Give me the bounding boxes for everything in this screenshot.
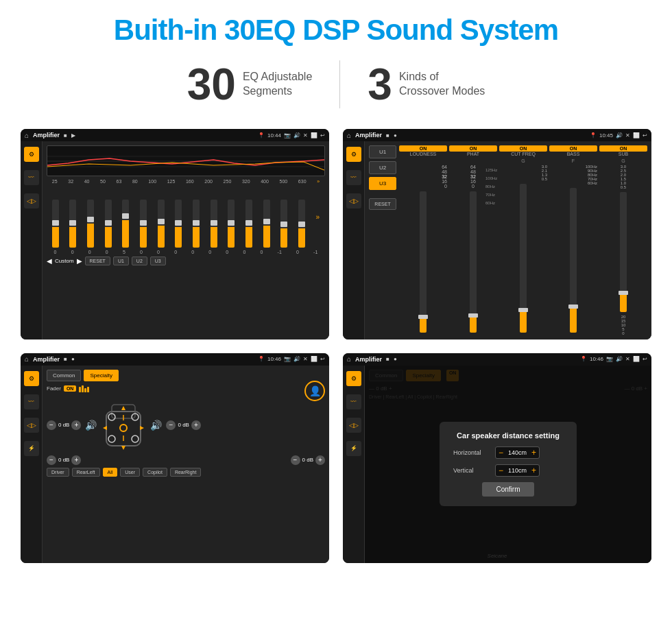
home-icon-3[interactable]: ⌂	[25, 355, 29, 363]
home-icon[interactable]: ⌂	[25, 132, 29, 139]
tab-specialty[interactable]: Specialty	[84, 370, 118, 381]
slider-2[interactable]	[69, 200, 76, 248]
play-icon-small[interactable]: ▶	[71, 132, 75, 139]
close-icon[interactable]: ✕	[303, 132, 308, 139]
rearleft-btn[interactable]: RearLeft	[72, 468, 100, 477]
close-icon-2[interactable]: ✕	[625, 132, 630, 139]
wave-icon[interactable]: 〰	[24, 170, 39, 185]
home-icon-4[interactable]: ⌂	[347, 355, 351, 363]
vol-icon-2[interactable]: ◁▷	[346, 193, 361, 208]
fader-on[interactable]: ON	[64, 385, 77, 392]
window-icon-3[interactable]: ⬜	[311, 356, 317, 362]
on-badge-sub[interactable]: ON	[599, 145, 647, 152]
distance-modal: Car speaker distance setting Horizontal …	[440, 422, 577, 506]
left-plus-btn[interactable]: +	[71, 420, 81, 430]
track-cutfreq[interactable]	[520, 184, 527, 333]
reset-btn-2[interactable]: RESET	[369, 198, 396, 210]
vertical-plus[interactable]: +	[531, 466, 536, 475]
eq-icon-4[interactable]: ⚙	[346, 371, 361, 386]
slider-15[interactable]	[298, 200, 305, 248]
right-dB-control: − 0 dB +	[166, 420, 200, 430]
back-icon[interactable]: ↩	[320, 132, 325, 139]
u1-btn[interactable]: U1	[113, 257, 129, 265]
eq-icon-2[interactable]: ⚙	[346, 147, 361, 162]
crossover-presets: U1 U2 U3 RESET	[369, 145, 396, 335]
screen4-main: Common Specialty ON — 0 dB + — 0 dB + Dr…	[365, 366, 651, 564]
br-minus-btn[interactable]: −	[291, 455, 300, 465]
slider-13[interactable]	[263, 200, 270, 248]
br-plus-btn[interactable]: +	[315, 455, 325, 465]
fader-row: Fader ON 👤	[47, 385, 325, 392]
screens-grid: ⌂ Amplifier ■ ▶ 📍 10:44 📷 🔊 ✕ ⬜ ↩ ⚙	[21, 129, 651, 563]
home-icon-2[interactable]: ⌂	[347, 132, 351, 139]
user-btn[interactable]: User	[120, 468, 140, 477]
horizontal-minus[interactable]: −	[499, 449, 503, 457]
driver-btn[interactable]: Driver	[47, 468, 69, 477]
slider-3[interactable]	[87, 200, 94, 248]
slider-4[interactable]	[105, 200, 112, 248]
vertical-minus[interactable]: −	[499, 466, 503, 475]
vol-icon-4[interactable]: ◁▷	[346, 418, 361, 433]
eq-icon[interactable]: ⚙	[24, 147, 39, 162]
slider-8[interactable]	[175, 200, 182, 248]
vol-icon-3[interactable]: ◁▷	[24, 418, 39, 433]
wave-icon-3[interactable]: 〰	[24, 394, 39, 409]
more-icon[interactable]: »	[317, 179, 320, 184]
preset-u3[interactable]: U3	[369, 177, 396, 190]
rearright-btn[interactable]: RearRight	[170, 468, 202, 477]
bl-plus-btn[interactable]: +	[71, 455, 81, 465]
slider-14[interactable]	[280, 200, 287, 248]
confirm-button[interactable]: Confirm	[482, 482, 533, 497]
reset-btn[interactable]: RESET	[85, 257, 110, 265]
next-btn[interactable]: ▶	[77, 257, 82, 265]
close-icon-3[interactable]: ✕	[303, 356, 308, 362]
left-minus-btn[interactable]: −	[47, 420, 56, 430]
window-icon-4[interactable]: ⬜	[633, 356, 640, 362]
u3-btn[interactable]: U3	[150, 257, 166, 265]
back-icon-2[interactable]: ↩	[643, 132, 647, 139]
tab-common[interactable]: Common	[47, 370, 81, 381]
wave-icon-4[interactable]: 〰	[346, 394, 361, 409]
bt-icon-3[interactable]: ⚡	[24, 441, 39, 456]
track-bass[interactable]	[570, 188, 577, 333]
bt-icon-4[interactable]: ⚡	[346, 441, 361, 456]
window-icon[interactable]: ⬜	[311, 132, 317, 139]
on-badge-loudness[interactable]: ON	[399, 145, 447, 152]
prev-btn[interactable]: ◀	[47, 257, 52, 265]
screen3-time: 10:46	[267, 356, 281, 362]
wave-icon-2[interactable]: 〰	[346, 170, 361, 185]
volume-sidebar-icon[interactable]: ◁▷	[24, 193, 39, 208]
right-minus-btn[interactable]: −	[166, 420, 176, 430]
preset-u1[interactable]: U1	[369, 145, 396, 158]
right-plus-btn[interactable]: +	[191, 420, 201, 430]
back-icon-4[interactable]: ↩	[643, 356, 647, 362]
slider-10[interactable]	[211, 200, 217, 248]
slider-9[interactable]	[193, 200, 200, 248]
back-icon-3[interactable]: ↩	[320, 356, 325, 362]
volume-icon-3: 🔊	[293, 356, 300, 362]
slider-5[interactable]	[122, 200, 129, 248]
preset-u2[interactable]: U2	[369, 161, 396, 174]
slider-6[interactable]	[140, 200, 147, 248]
on-badge-bass[interactable]: ON	[549, 145, 597, 152]
track-loudness[interactable]	[420, 191, 427, 333]
crossover-slider-row: 64 48 32 16 0	[399, 165, 647, 335]
track-sub[interactable]	[620, 192, 627, 312]
horizontal-plus[interactable]: +	[531, 449, 536, 457]
slider-12[interactable]	[245, 200, 252, 248]
on-badge-phat[interactable]: ON	[449, 145, 497, 152]
window-icon-2[interactable]: ⬜	[633, 132, 640, 139]
on-badge-cutfreq[interactable]: ON	[499, 145, 547, 152]
u2-btn[interactable]: U2	[132, 257, 147, 265]
screen1-topbar: ⌂ Amplifier ■ ▶ 📍 10:44 📷 🔊 ✕ ⬜ ↩	[21, 129, 329, 141]
slider-1[interactable]	[52, 200, 59, 248]
track-phat[interactable]	[470, 191, 477, 333]
close-icon-4[interactable]: ✕	[625, 356, 630, 362]
slider-7[interactable]	[158, 200, 165, 248]
eq-icon-3[interactable]: ⚙	[24, 371, 39, 386]
bl-minus-btn[interactable]: −	[47, 455, 56, 465]
all-btn[interactable]: All	[103, 468, 118, 477]
copilot-btn[interactable]: Copilot	[143, 468, 167, 477]
stat1-label: EQ Adjustable Segments	[243, 70, 312, 99]
slider-11[interactable]	[228, 200, 235, 248]
